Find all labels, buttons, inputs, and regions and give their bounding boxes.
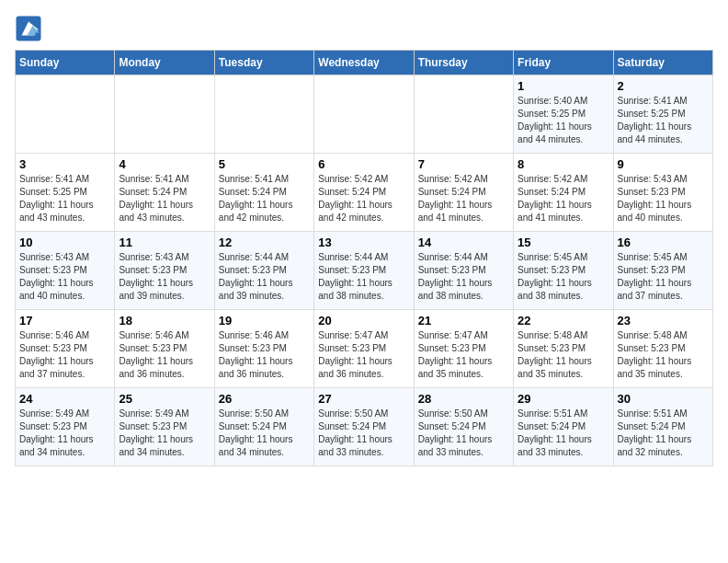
calendar-cell: 24Sunrise: 5:49 AM Sunset: 5:23 PM Dayli… xyxy=(16,388,115,466)
calendar-cell: 8Sunrise: 5:42 AM Sunset: 5:24 PM Daylig… xyxy=(514,154,613,232)
day-info: Sunrise: 5:50 AM Sunset: 5:24 PM Dayligh… xyxy=(219,408,310,459)
day-number: 8 xyxy=(518,157,609,171)
day-info: Sunrise: 5:49 AM Sunset: 5:23 PM Dayligh… xyxy=(19,408,110,459)
calendar-cell: 25Sunrise: 5:49 AM Sunset: 5:23 PM Dayli… xyxy=(115,388,214,466)
weekday-header-friday: Friday xyxy=(514,51,613,75)
calendar-week-4: 17Sunrise: 5:46 AM Sunset: 5:23 PM Dayli… xyxy=(16,310,713,388)
day-number: 30 xyxy=(618,392,709,406)
day-info: Sunrise: 5:46 AM Sunset: 5:23 PM Dayligh… xyxy=(219,329,310,381)
day-number: 4 xyxy=(119,157,210,171)
calendar-cell: 13Sunrise: 5:44 AM Sunset: 5:23 PM Dayli… xyxy=(314,232,414,310)
calendar-cell: 4Sunrise: 5:41 AM Sunset: 5:24 PM Daylig… xyxy=(115,154,214,232)
day-number: 19 xyxy=(219,314,310,327)
weekday-header-thursday: Thursday xyxy=(414,51,513,75)
calendar-cell: 11Sunrise: 5:43 AM Sunset: 5:23 PM Dayli… xyxy=(115,232,214,310)
calendar-cell: 12Sunrise: 5:44 AM Sunset: 5:23 PM Dayli… xyxy=(214,232,313,310)
day-number: 1 xyxy=(518,79,609,93)
calendar-cell xyxy=(115,75,214,154)
day-info: Sunrise: 5:51 AM Sunset: 5:24 PM Dayligh… xyxy=(518,408,609,459)
day-info: Sunrise: 5:50 AM Sunset: 5:24 PM Dayligh… xyxy=(318,408,409,459)
day-info: Sunrise: 5:44 AM Sunset: 5:23 PM Dayligh… xyxy=(318,251,409,303)
day-number: 28 xyxy=(418,392,509,406)
calendar-week-1: 1Sunrise: 5:40 AM Sunset: 5:25 PM Daylig… xyxy=(16,75,713,154)
day-number: 18 xyxy=(119,314,210,327)
calendar-cell: 20Sunrise: 5:47 AM Sunset: 5:23 PM Dayli… xyxy=(314,310,414,388)
day-info: Sunrise: 5:45 AM Sunset: 5:23 PM Dayligh… xyxy=(618,251,709,303)
calendar-cell: 28Sunrise: 5:50 AM Sunset: 5:24 PM Dayli… xyxy=(414,388,513,466)
day-info: Sunrise: 5:50 AM Sunset: 5:24 PM Dayligh… xyxy=(418,408,509,459)
calendar-cell: 16Sunrise: 5:45 AM Sunset: 5:23 PM Dayli… xyxy=(613,232,712,310)
day-info: Sunrise: 5:41 AM Sunset: 5:25 PM Dayligh… xyxy=(19,173,110,224)
logo xyxy=(15,15,46,42)
weekday-header-sunday: Sunday xyxy=(16,51,115,75)
day-info: Sunrise: 5:51 AM Sunset: 5:24 PM Dayligh… xyxy=(618,408,709,459)
calendar-cell: 21Sunrise: 5:47 AM Sunset: 5:23 PM Dayli… xyxy=(414,310,513,388)
day-number: 9 xyxy=(618,157,709,171)
calendar-cell: 5Sunrise: 5:41 AM Sunset: 5:24 PM Daylig… xyxy=(214,154,313,232)
calendar-cell: 26Sunrise: 5:50 AM Sunset: 5:24 PM Dayli… xyxy=(214,388,313,466)
calendar-week-3: 10Sunrise: 5:43 AM Sunset: 5:23 PM Dayli… xyxy=(16,232,713,310)
day-number: 17 xyxy=(19,314,110,327)
day-number: 10 xyxy=(19,236,110,249)
day-number: 7 xyxy=(418,157,509,171)
calendar-cell: 7Sunrise: 5:42 AM Sunset: 5:24 PM Daylig… xyxy=(414,154,513,232)
calendar-cell: 22Sunrise: 5:48 AM Sunset: 5:23 PM Dayli… xyxy=(514,310,613,388)
weekday-header-tuesday: Tuesday xyxy=(214,51,313,75)
day-number: 24 xyxy=(19,392,110,406)
day-number: 15 xyxy=(518,236,609,249)
calendar-cell: 18Sunrise: 5:46 AM Sunset: 5:23 PM Dayli… xyxy=(115,310,214,388)
calendar-table: SundayMondayTuesdayWednesdayThursdayFrid… xyxy=(15,50,713,466)
day-number: 11 xyxy=(119,236,210,249)
day-info: Sunrise: 5:49 AM Sunset: 5:23 PM Dayligh… xyxy=(119,408,210,459)
weekday-header-wednesday: Wednesday xyxy=(314,51,414,75)
day-info: Sunrise: 5:47 AM Sunset: 5:23 PM Dayligh… xyxy=(318,329,409,381)
day-info: Sunrise: 5:43 AM Sunset: 5:23 PM Dayligh… xyxy=(19,251,110,303)
day-info: Sunrise: 5:41 AM Sunset: 5:25 PM Dayligh… xyxy=(618,95,709,146)
day-info: Sunrise: 5:41 AM Sunset: 5:24 PM Dayligh… xyxy=(119,173,210,224)
day-number: 22 xyxy=(518,314,609,327)
day-number: 26 xyxy=(219,392,310,406)
day-info: Sunrise: 5:44 AM Sunset: 5:23 PM Dayligh… xyxy=(418,251,509,303)
day-info: Sunrise: 5:43 AM Sunset: 5:23 PM Dayligh… xyxy=(618,173,709,224)
day-info: Sunrise: 5:41 AM Sunset: 5:24 PM Dayligh… xyxy=(219,173,310,224)
logo-icon xyxy=(15,15,42,42)
day-number: 5 xyxy=(219,157,310,171)
calendar-cell: 23Sunrise: 5:48 AM Sunset: 5:23 PM Dayli… xyxy=(613,310,712,388)
day-info: Sunrise: 5:48 AM Sunset: 5:23 PM Dayligh… xyxy=(518,329,609,381)
calendar-cell: 30Sunrise: 5:51 AM Sunset: 5:24 PM Dayli… xyxy=(613,388,712,466)
day-number: 21 xyxy=(418,314,509,327)
day-info: Sunrise: 5:46 AM Sunset: 5:23 PM Dayligh… xyxy=(119,329,210,381)
calendar-cell: 1Sunrise: 5:40 AM Sunset: 5:25 PM Daylig… xyxy=(514,75,613,154)
calendar-cell: 14Sunrise: 5:44 AM Sunset: 5:23 PM Dayli… xyxy=(414,232,513,310)
calendar-cell xyxy=(314,75,414,154)
calendar-week-2: 3Sunrise: 5:41 AM Sunset: 5:25 PM Daylig… xyxy=(16,154,713,232)
calendar-week-5: 24Sunrise: 5:49 AM Sunset: 5:23 PM Dayli… xyxy=(16,388,713,466)
day-info: Sunrise: 5:43 AM Sunset: 5:23 PM Dayligh… xyxy=(119,251,210,303)
day-number: 20 xyxy=(318,314,409,327)
day-info: Sunrise: 5:44 AM Sunset: 5:23 PM Dayligh… xyxy=(219,251,310,303)
day-info: Sunrise: 5:45 AM Sunset: 5:23 PM Dayligh… xyxy=(518,251,609,303)
calendar-cell: 29Sunrise: 5:51 AM Sunset: 5:24 PM Dayli… xyxy=(514,388,613,466)
day-info: Sunrise: 5:46 AM Sunset: 5:23 PM Dayligh… xyxy=(19,329,110,381)
weekday-header-saturday: Saturday xyxy=(613,51,712,75)
calendar-cell: 17Sunrise: 5:46 AM Sunset: 5:23 PM Dayli… xyxy=(16,310,115,388)
day-number: 25 xyxy=(119,392,210,406)
day-number: 12 xyxy=(219,236,310,249)
calendar-cell: 19Sunrise: 5:46 AM Sunset: 5:23 PM Dayli… xyxy=(214,310,313,388)
calendar-cell: 6Sunrise: 5:42 AM Sunset: 5:24 PM Daylig… xyxy=(314,154,414,232)
day-number: 2 xyxy=(618,79,709,93)
day-info: Sunrise: 5:42 AM Sunset: 5:24 PM Dayligh… xyxy=(518,173,609,224)
calendar-cell: 15Sunrise: 5:45 AM Sunset: 5:23 PM Dayli… xyxy=(514,232,613,310)
day-number: 23 xyxy=(618,314,709,327)
day-info: Sunrise: 5:48 AM Sunset: 5:23 PM Dayligh… xyxy=(618,329,709,381)
day-info: Sunrise: 5:47 AM Sunset: 5:23 PM Dayligh… xyxy=(418,329,509,381)
day-number: 6 xyxy=(318,157,409,171)
day-number: 14 xyxy=(418,236,509,249)
day-number: 13 xyxy=(318,236,409,249)
calendar-cell: 9Sunrise: 5:43 AM Sunset: 5:23 PM Daylig… xyxy=(613,154,712,232)
day-number: 29 xyxy=(518,392,609,406)
weekday-header-monday: Monday xyxy=(115,51,214,75)
day-number: 16 xyxy=(618,236,709,249)
day-info: Sunrise: 5:42 AM Sunset: 5:24 PM Dayligh… xyxy=(418,173,509,224)
weekday-header-row: SundayMondayTuesdayWednesdayThursdayFrid… xyxy=(16,51,713,75)
